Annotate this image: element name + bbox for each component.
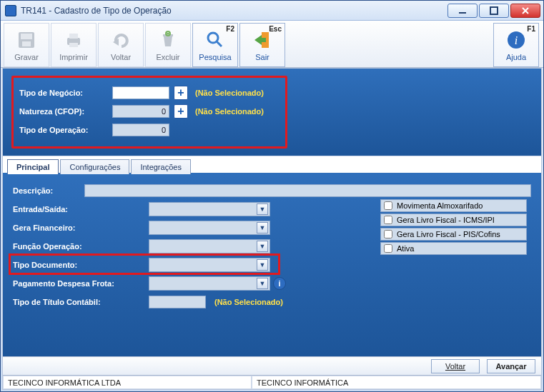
search-icon [204,29,227,51]
svg-rect-1 [490,7,498,14]
tab-principal[interactable]: Principal [7,159,59,174]
tab-integracoes[interactable]: Integrações [131,159,190,174]
tipo-negocio-input[interactable] [112,86,169,99]
maximize-icon [490,6,498,15]
gera-financeiro-combo[interactable]: ▼ [149,221,270,235]
tipo-documento-combo[interactable]: ▼ [149,258,270,272]
toolbar-excluir-button[interactable]: Excluir [145,23,191,67]
pesquisa-shortcut: F2 [226,25,234,33]
toolbar-gravar-label: Gravar [14,53,39,61]
check-ativa-label: Ativa [397,244,414,253]
check-livro-pis[interactable]: Gera Livro Fiscal - PIS/Cofins [380,228,527,241]
natureza-not-selected: (Não Selecionado) [195,107,264,116]
tipo-titulo-not-selected: (Não Selecionado) [214,298,283,306]
ajuda-shortcut: F1 [527,25,535,33]
title-bar: TR141 - Cadastro de Tipo de Operação [1,1,543,21]
toolbar-ajuda-button[interactable]: F1 i Ajuda [493,23,539,67]
close-icon [521,6,530,15]
svg-line-14 [217,41,222,46]
tipo-operacao-label: Tipo de Operação: [19,126,112,134]
trash-icon [157,29,179,51]
header-form: Tipo de Negócio: + (Não Selecionado) Nat… [3,69,541,156]
pagamento-frota-combo[interactable]: ▼ [149,276,270,291]
save-icon [15,29,38,51]
nav-avancar-button[interactable]: Avançar [487,359,535,373]
plus-icon: + [177,106,184,116]
toolbar-ajuda-label: Ajuda [506,53,526,61]
check-livro-icms[interactable]: Gera Livro Fiscal - ICMS/IPI [380,213,527,226]
toolbar-excluir-label: Excluir [156,53,179,61]
natureza-label: Natureza (CFOP): [19,107,112,116]
pagamento-frota-label: Pagamento Despesa Frota: [13,279,149,288]
entrada-saida-label: Entrada/Saída: [13,205,149,213]
window-title: TR141 - Cadastro de Tipo de Operação [21,6,172,16]
descricao-label: Descrição: [13,186,84,195]
check-movimenta-almox-input[interactable] [384,201,392,210]
toolbar-pesquisa-button[interactable]: F2 Pesquisa [192,23,238,67]
window-maximize-button[interactable] [479,4,509,18]
app-icon [5,5,16,16]
status-user: TECINCO INFORMÁTICA [252,376,541,389]
toolbar-imprimir-button[interactable]: Imprimir [51,23,97,67]
check-movimenta-almox[interactable]: Movimenta Almoxarifado [380,199,527,212]
chevron-down-icon: ▼ [257,203,268,215]
window-minimize-button[interactable] [447,4,478,18]
nav-voltar-button[interactable]: Voltar [431,359,480,373]
tipo-operacao-input[interactable] [112,124,169,136]
funcao-operacao-combo[interactable]: ▼ [149,239,270,253]
check-livro-pis-input[interactable] [384,230,392,238]
window-close-button[interactable] [510,4,540,18]
toolbar-sair-button[interactable]: Esc Sair [239,23,285,67]
client-area: Tipo de Negócio: + (Não Selecionado) Nat… [2,68,542,390]
svg-text:i: i [515,34,518,46]
descricao-input[interactable] [84,184,531,197]
tipo-negocio-not-selected: (Não Selecionado) [195,89,264,97]
toolbar: Gravar Imprimir Voltar Excluir F2 Pesq [1,21,543,68]
app-window: TR141 - Cadastro de Tipo de Operação Gra… [0,0,544,392]
natureza-add-button[interactable]: + [174,104,188,119]
status-company: TECINCO INFORMÁTICA LTDA [3,376,252,389]
help-icon: i [505,29,528,51]
natureza-input[interactable] [112,105,169,118]
funcao-operacao-label: Função Operação: [13,242,149,251]
check-movimenta-almox-label: Movimenta Almoxarifado [397,201,483,210]
plus-icon: + [177,88,184,98]
svg-rect-8 [69,34,78,39]
check-ativa-input[interactable] [384,244,392,253]
toolbar-voltar-button[interactable]: Voltar [98,23,144,67]
toolbar-sair-label: Sair [255,53,269,61]
entrada-saida-combo[interactable]: ▼ [149,202,270,216]
print-icon [62,29,85,51]
svg-rect-0 [459,12,466,14]
check-livro-icms-label: Gera Livro Fiscal - ICMS/IPI [397,216,495,224]
tipo-titulo-label: Tipo de Título Contábil: [13,298,149,306]
toolbar-imprimir-label: Imprimir [59,53,88,61]
toolbar-gravar-button[interactable]: Gravar [4,23,49,67]
chevron-down-icon: ▼ [257,278,268,289]
info-icon[interactable]: i [273,277,286,290]
svg-rect-6 [22,41,31,46]
tab-configuracoes[interactable]: Configurações [60,159,129,174]
tipo-negocio-label: Tipo de Negócio: [19,89,112,97]
check-ativa[interactable]: Ativa [380,242,527,255]
undo-icon [109,29,132,51]
header-highlight: Tipo de Negócio: + (Não Selecionado) Nat… [11,76,287,149]
tipo-documento-label: Tipo Documento: [13,261,149,269]
check-livro-pis-label: Gera Livro Fiscal - PIS/Cofins [397,230,500,238]
chevron-down-icon: ▼ [257,241,268,252]
gera-financeiro-label: Gera Financeiro: [13,223,149,232]
tipo-titulo-input[interactable] [149,296,206,308]
svg-rect-5 [21,34,32,39]
status-bar: TECINCO INFORMÁTICA LTDA TECINCO INFORMÁ… [3,375,541,389]
tipo-negocio-add-button[interactable]: + [174,86,188,100]
sair-shortcut: Esc [269,25,282,33]
tab-page-principal: Descrição: Entrada/Saída: ▼ Gera Finance… [3,174,541,356]
toolbar-pesquisa-label: Pesquisa [199,53,231,61]
check-livro-icms-input[interactable] [384,216,392,224]
tabs-bar: Principal Configurações Integrações [3,156,541,174]
nav-row: Voltar Avançar [3,356,541,375]
minimize-icon [458,6,467,15]
svg-point-13 [208,33,218,43]
chevron-down-icon: ▼ [257,222,268,233]
chevron-down-icon: ▼ [257,259,268,271]
